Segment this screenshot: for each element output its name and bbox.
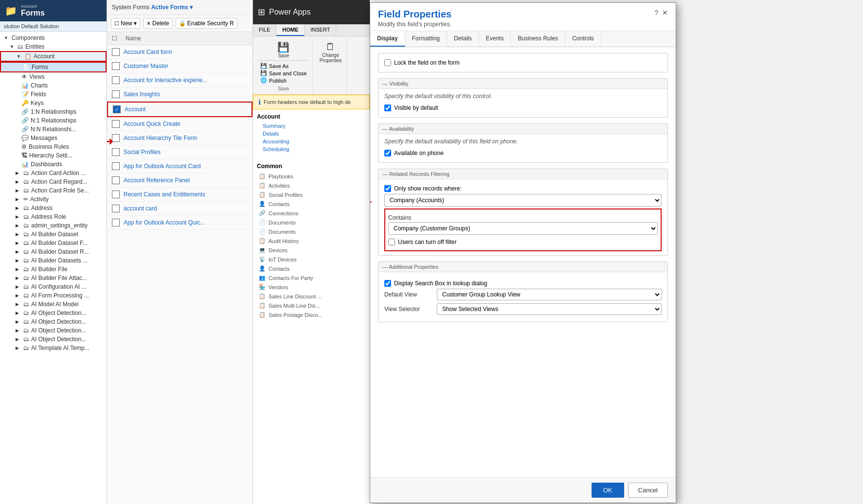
form-item-recent-cases[interactable]: Recent Cases and Entitlements xyxy=(107,188,252,202)
ribbon-tab-home[interactable]: HOME xyxy=(276,24,305,36)
form-name[interactable]: Account Card form xyxy=(124,49,172,55)
checkbox[interactable] xyxy=(112,205,120,212)
users-turn-off-checkbox[interactable] xyxy=(388,239,395,245)
change-properties-button[interactable]: 🗒 ChangeProperties xyxy=(319,40,343,64)
form-name[interactable]: Account for Interactive experie... xyxy=(124,77,207,84)
visible-checkbox[interactable] xyxy=(384,104,391,111)
tree-item-keys[interactable]: 🔑 Keys xyxy=(0,99,107,107)
company-accounts-dropdown[interactable]: Company (Accounts) xyxy=(384,194,662,207)
save-and-close-item[interactable]: 💾 Save and Close xyxy=(259,70,308,77)
tree-item-entities[interactable]: ▼ 🗂 Entities xyxy=(0,42,107,51)
nav-link-accounting[interactable]: Accounting xyxy=(257,138,366,145)
tree-item-ai-builder-datasets[interactable]: ▶ 🗂 AI Builder Datasets ... xyxy=(0,256,107,265)
form-item-customer-master[interactable]: Customer Master xyxy=(107,59,252,73)
checkbox[interactable] xyxy=(112,90,120,98)
form-name[interactable]: Account Hierarchy Tile Form xyxy=(124,135,197,141)
dialog-tab-display[interactable]: Display xyxy=(370,31,405,47)
checkbox[interactable] xyxy=(112,191,120,198)
tree-item-fields[interactable]: 📝 Fields xyxy=(0,90,107,99)
tree-item-nn-rel[interactable]: 🔗 N:N Relationshi... xyxy=(0,125,107,134)
tree-item-messages[interactable]: 💬 Messages xyxy=(0,134,107,142)
tree-item-ai-form-proc[interactable]: ▶ 🗂 AI Form Processing ... xyxy=(0,291,107,300)
checkbox[interactable] xyxy=(112,120,120,128)
delete-button[interactable]: ✕ Delete xyxy=(143,18,173,29)
form-item-account-hierarchy[interactable]: Account Hierarchy Tile Form xyxy=(107,131,252,145)
tree-item-n1-rel[interactable]: 🔗 N:1 Relationships xyxy=(0,116,107,125)
form-name[interactable]: Recent Cases and Entitlements xyxy=(124,191,205,198)
display-search-box-checkbox[interactable] xyxy=(384,280,391,287)
tree-item-ai-template[interactable]: ▶ 🗂 AI Template AI Temp... xyxy=(0,344,107,352)
new-button[interactable]: ☐ New ▾ xyxy=(111,18,140,29)
checkbox[interactable] xyxy=(112,76,120,84)
tree-item-ai-obj-det1[interactable]: ▶ 🗂 AI Object Detection... xyxy=(0,309,107,317)
tree-item-ai-obj-det3[interactable]: ▶ 🗂 AI Object Detection... xyxy=(0,326,107,335)
tree-item-ai-obj-det4[interactable]: ▶ 🗂 AI Object Detection... xyxy=(0,335,107,344)
tree-item-ai-builder-r[interactable]: ▶ 🗂 AI Builder Dataset R... xyxy=(0,247,107,256)
nav-link-summary[interactable]: Summary xyxy=(257,122,366,130)
active-forms-label[interactable]: Active Forms ▾ xyxy=(151,4,193,11)
view-selector-dropdown[interactable]: Show Selected Views xyxy=(437,303,662,315)
tree-item-hierarchy[interactable]: 🏗 Hierarchy Setti... xyxy=(0,151,107,160)
checkbox[interactable] xyxy=(112,219,120,226)
form-item-account-quick-create[interactable]: Account Quick Create xyxy=(107,117,252,131)
tree-item-ai-builder-file-attac[interactable]: ▶ 🗂 AI Builder File Attac... xyxy=(0,274,107,282)
dialog-tab-controls[interactable]: Controls xyxy=(565,31,601,47)
tree-item-activity[interactable]: ▶ ✏ Activity xyxy=(0,195,107,204)
form-item-app-outlook-account-card[interactable]: App for Outlook Account Card xyxy=(107,159,252,174)
cancel-button[interactable]: Cancel xyxy=(628,483,668,498)
checkbox[interactable] xyxy=(112,62,120,70)
grid-icon[interactable]: ⊞ xyxy=(258,7,265,17)
tree-item-ai-model[interactable]: ▶ 🗂 AI Model AI Model xyxy=(0,300,107,309)
checkbox[interactable] xyxy=(112,176,120,184)
tree-item-ai-builder-dataset[interactable]: ▶ 🗂 AI Builder Dataset xyxy=(0,230,107,239)
tree-item-account[interactable]: ▼ 📋 Account xyxy=(0,51,107,62)
checkbox[interactable] xyxy=(112,148,120,156)
tree-item-admin[interactable]: ▶ 🗂 admin_settings_entity xyxy=(0,221,107,230)
tree-item-dashboards[interactable]: 📊 Dashboards xyxy=(0,160,107,169)
tree-item-ai-builder-f[interactable]: ▶ 🗂 AI Builder Dataset F... xyxy=(0,239,107,247)
checkbox[interactable]: ✓ xyxy=(113,105,121,113)
form-name[interactable]: App for Outlook Account Quic... xyxy=(124,219,205,226)
tree-item-action-card-role[interactable]: ▶ 🗂 Action Card Role Se... xyxy=(0,186,107,195)
nav-link-scheduling[interactable]: Scheduling xyxy=(257,145,366,153)
tree-item-address-role[interactable]: ▶ 🗂 Address Role xyxy=(0,212,107,221)
dialog-tab-details[interactable]: Details xyxy=(447,31,479,47)
form-item-account-card2[interactable]: account card xyxy=(107,202,252,216)
tree-item-views[interactable]: 👁 Views xyxy=(0,72,107,81)
available-phone-checkbox[interactable] xyxy=(384,150,391,156)
form-name[interactable]: Account Quick Create xyxy=(124,121,180,127)
form-name[interactable]: Account Reference Panel xyxy=(124,177,190,184)
tree-item-address[interactable]: ▶ 🗂 Address xyxy=(0,204,107,212)
help-icon[interactable]: ? xyxy=(654,9,658,17)
tree-item-ai-builder-file[interactable]: ▶ 🗂 AI Builder File xyxy=(0,265,107,274)
tree-item-ai-config[interactable]: ▶ 🗂 AI Configuration AI ... xyxy=(0,282,107,291)
tree-item-1n-rel[interactable]: 🔗 1:N Relationships xyxy=(0,107,107,116)
nav-link-details[interactable]: Details xyxy=(257,130,366,138)
form-name[interactable]: account card xyxy=(124,205,157,212)
enable-security-button[interactable]: 🔒 Enable Security R xyxy=(176,18,237,29)
form-item-account-reference[interactable]: Account Reference Panel xyxy=(107,174,252,188)
form-name[interactable]: Sales Insights xyxy=(124,91,160,98)
tree-item-biz-rules[interactable]: ⚙ Business Rules xyxy=(0,142,107,151)
tree-item-forms[interactable]: 📄 Forms xyxy=(0,62,107,72)
company-customer-groups-dropdown[interactable]: Company (Customer Groups) xyxy=(388,222,658,235)
dialog-tab-formatting[interactable]: Formatting xyxy=(405,31,447,47)
tree-item-charts[interactable]: 📊 Charts xyxy=(0,81,107,90)
form-item-sales-insights[interactable]: Sales Insights xyxy=(107,87,252,102)
close-icon[interactable]: ✕ xyxy=(662,9,668,17)
form-item-account[interactable]: ✓ Account xyxy=(107,102,252,117)
form-name[interactable]: Social Profiles xyxy=(124,149,161,156)
form-name[interactable]: Account xyxy=(125,106,145,113)
dialog-tab-events[interactable]: Events xyxy=(479,31,511,47)
only-show-records-checkbox[interactable] xyxy=(384,185,391,192)
form-item-account-card[interactable]: Account Card form xyxy=(107,45,252,59)
tree-item-action-card-regard[interactable]: ▶ 🗂 Action Card Regard... xyxy=(0,177,107,186)
save-as-item[interactable]: 💾 Save As xyxy=(259,62,308,70)
tree-item-ai-obj-det2[interactable]: ▶ 🗂 AI Object Detection... xyxy=(0,317,107,326)
form-item-account-interactive[interactable]: Account for Interactive experie... xyxy=(107,73,252,87)
tree-item-action-card-action[interactable]: ▶ 🗂 Action Card Action ... xyxy=(0,169,107,177)
publish-item[interactable]: 🌐 Publish xyxy=(259,77,308,84)
form-item-social-profiles[interactable]: Social Profiles xyxy=(107,145,252,159)
ribbon-tab-insert[interactable]: INSERT xyxy=(305,24,336,36)
checkbox[interactable] xyxy=(112,162,120,170)
